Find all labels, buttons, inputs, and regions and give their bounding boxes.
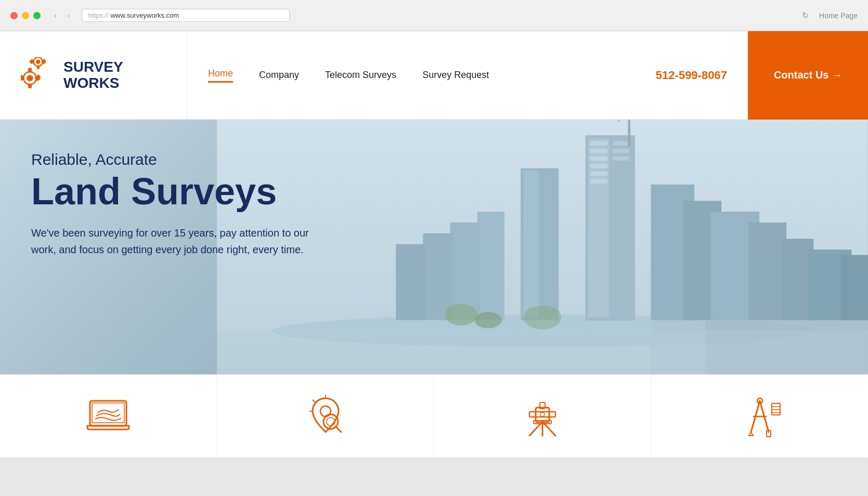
svg-rect-2 [37,57,40,58]
survey-instrument-icon [519,393,566,440]
logo-line2: WORKS [63,75,123,92]
hero-content: Reliable, Accurate Land Surveys We've be… [0,120,364,258]
svg-rect-68 [536,408,549,422]
hero-subtitle: Reliable, Accurate [31,151,333,168]
svg-rect-3 [37,65,40,69]
laptop-map-icon [85,393,132,440]
logo-area: SURVEY WORKS [21,31,187,119]
forward-arrow-icon[interactable]: › [64,10,73,21]
browser-nav: ‹ › [51,10,73,21]
url-domain: www.surveyworks.com [111,11,179,19]
nav-telecom[interactable]: Telecom Surveys [325,70,396,81]
logo-icon [21,57,57,94]
svg-rect-13 [28,83,32,88]
svg-point-72 [540,412,545,416]
refresh-icon[interactable]: ↻ [802,10,809,20]
service-item-mapping [0,375,217,458]
service-item-location [217,375,435,458]
hero-description: We've been surveying for over 15 years, … [31,225,322,258]
svg-line-64 [313,400,315,402]
contact-us-button[interactable]: Contact Us → [748,31,868,120]
url-protocol: https:// [88,11,109,19]
phone-number: 512-599-8067 [635,69,748,82]
logo-line1: SURVEY [63,59,123,75]
services-bar [0,374,868,458]
main-nav: Home Company Telecom Surveys Survey Requ… [187,68,635,83]
svg-point-11 [27,75,33,81]
address-bar[interactable]: https:// www.surveyworks.com [82,9,290,22]
service-item-drafting [652,375,869,458]
nav-company[interactable]: Company [259,70,299,81]
site-header: SURVEY WORKS Home Company Telecom Survey… [0,31,868,120]
svg-line-61 [335,426,341,432]
svg-rect-12 [28,68,32,73]
logo-text: SURVEY WORKS [63,59,123,92]
nav-home[interactable]: Home [208,68,233,83]
website-content: SURVEY WORKS Home Company Telecom Survey… [0,31,868,458]
browser-chrome: ‹ › https:// www.surveyworks.com ↻ Home … [0,0,868,31]
location-search-icon [302,393,349,440]
svg-point-1 [36,59,41,64]
page-label: Home Page [819,11,858,20]
drafting-tools-icon [736,393,783,440]
fullscreen-dot[interactable] [33,12,41,19]
minimize-dot[interactable] [22,12,29,19]
nav-survey-request[interactable]: Survey Request [422,70,489,81]
hero-title: Land Surveys [31,173,333,210]
hero-section: Reliable, Accurate Land Surveys We've be… [0,120,868,374]
browser-right-area: ↻ Home Page [802,10,858,20]
svg-rect-56 [90,401,126,426]
close-dot[interactable] [10,12,18,19]
browser-dots [10,12,41,19]
service-item-survey [434,375,652,458]
back-arrow-icon[interactable]: ‹ [51,10,60,21]
svg-rect-57 [92,403,124,423]
svg-marker-77 [749,432,753,436]
contact-btn-label: Contact Us → [774,69,842,81]
